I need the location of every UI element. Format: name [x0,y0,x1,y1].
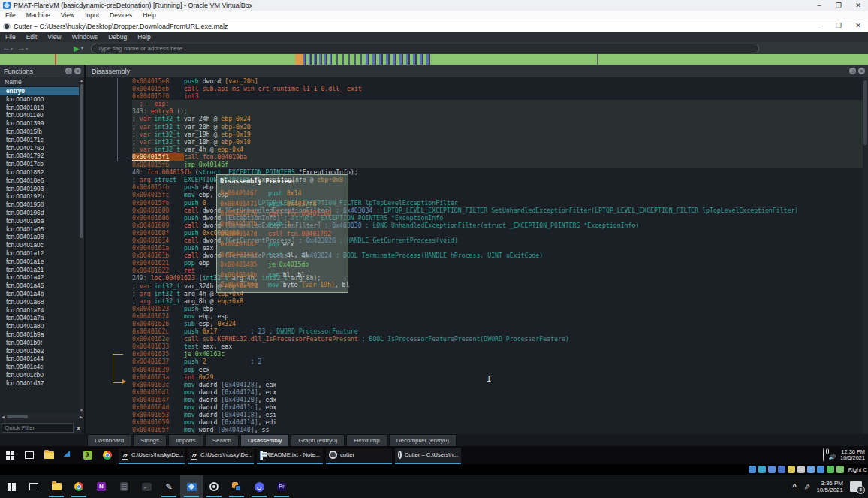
cutter-menu-view[interactable]: View [42,33,66,41]
cutter-menu-edit[interactable]: Edit [21,33,43,41]
instruction-address[interactable]: 0x0040162c [132,327,184,335]
functions-close-icon[interactable]: ✕ [74,68,81,74]
debug-play-icon[interactable]: ▶ [74,44,80,53]
host-taskbar-calculator[interactable] [113,475,135,498]
instruction-address[interactable]: 0x00401635 [132,350,184,358]
vbox-minimize-button[interactable]: – [809,0,829,11]
disasm-line[interactable]: 0x00401659mov dword [0x404114], edi [132,418,868,426]
instruction-address[interactable]: 0x0040163c [132,381,184,388]
guest-task-button[interactable]: cutter [326,448,392,464]
instruction-address[interactable]: 0x00401653 [132,411,184,418]
cutter-menu-help[interactable]: Help [132,33,155,41]
disasm-line[interactable]: 0x0040165fmov word [0x404140], ss [132,426,868,433]
guest-task-button[interactable]: README.txt - Note... [257,448,323,464]
notification-center-icon[interactable]: 5 [850,481,862,492]
address-navigation-bar[interactable] [0,54,868,65]
host-clock[interactable]: 3:36 PM 10/5/2021 [816,480,843,494]
tab-imports[interactable]: Imports [168,434,203,446]
disasm-line[interactable]: 0x00401635je 0x40163c [132,350,868,358]
host-taskbar-discord[interactable]: ◡ [248,475,270,498]
disasm-line[interactable]: 0x00401626sub esp, 0x324 [132,320,868,327]
instruction-address[interactable]: 0x00401641 [132,388,184,396]
quick-filter-clear-button[interactable]: x [77,424,80,432]
instruction-address[interactable]: 0x0040161a [132,244,184,252]
play-dropdown-icon[interactable]: ▾ [81,45,84,51]
disasm-line[interactable]: ; var int32_t var_19h @ ebp-0x19 [132,131,868,138]
instruction-address[interactable]: 0x0040163a [132,373,184,381]
omnibar-input[interactable] [91,44,759,53]
function-item[interactable]: fcn.00401c44 [0,355,79,363]
scroll-left-icon[interactable]: ◀ [0,415,6,419]
current-eip-address[interactable]: 0x004015f1 [132,153,184,161]
disasm-line[interactable]: 0x00401641mov dword [0x404124], ecx [132,388,868,396]
disasm-line[interactable]: 0x00401639pop ecx [132,366,868,373]
instruction-address[interactable]: 0x00401659 [132,418,184,426]
instruction-address[interactable]: 0x00401600 [132,207,184,214]
instruction-address[interactable]: 0x004015f0 [132,92,184,100]
vbox-status-network-icon[interactable] [778,466,785,473]
vbox-status-mouse-integration-icon[interactable] [836,466,844,473]
disasm-line[interactable]: 0x0040163aint 0x29 [132,373,868,381]
vbox-status-hard-disks-icon[interactable] [749,466,756,473]
function-item[interactable]: fcn.00401a1e [0,258,79,266]
vbox-menu-file[interactable]: File [0,11,21,19]
function-item[interactable]: fcn.004017cb [0,160,79,168]
disassembly-vertical-scrollbar[interactable] [863,77,868,434]
instruction-address[interactable]: 0x00401622 [132,267,184,274]
disasm-line[interactable]: 0x004015ebcall sub.api_ms_win_crt_runtim… [132,85,868,92]
disassembly-float-icon[interactable]: ◎ [849,68,856,74]
disasm-line[interactable]: 0x0040162cpush 0x17 ; 23 ; DWORD Process… [132,327,868,335]
function-item[interactable]: fcn.00401b9f [0,339,79,347]
guest-taskbar-lambda[interactable]: λ [78,446,98,464]
scrollbar-thumb[interactable] [863,80,867,145]
vbox-status-usb-icon[interactable] [788,466,795,473]
host-taskbar-explorer[interactable] [45,475,68,498]
disasm-line[interactable]: 343: entry0 (); [132,107,868,115]
guest-taskbar-vscode[interactable] [59,446,78,464]
vbox-status-recording-icon[interactable] [817,466,824,473]
function-item[interactable]: fcn.00401a21 [0,266,79,274]
vbox-menu-help[interactable]: Help [137,11,161,19]
disasm-line[interactable]: 0x004015f0int3 [132,92,868,100]
host-taskbar-premiere[interactable]: Pr [270,475,293,498]
scroll-down-icon[interactable]: ▼ [79,407,84,413]
disasm-line[interactable]: 0x00401637push 2 ; 2 [132,358,868,365]
vbox-close-button[interactable]: ✕ [848,0,868,11]
guest-taskbar-explorer[interactable] [39,446,59,464]
function-item[interactable]: fcn.00401cb0 [0,371,79,379]
tab-search[interactable]: Search [205,434,239,446]
vbox-menu-machine[interactable]: Machine [21,11,56,19]
disasm-line[interactable]: 0x0040164dmov dword [0x40411c], ebx [132,403,868,411]
scrollbar-thumb[interactable] [80,84,83,238]
quick-filter-input[interactable] [2,423,74,433]
tab-disassembly[interactable]: Disassembly [240,434,289,446]
instruction-address[interactable]: 0x004015eb [132,85,184,92]
cutter-close-button[interactable]: ✕ [848,20,868,32]
function-item[interactable]: fcn.00401792 [0,152,79,160]
instruction-address[interactable]: 0x00401621 [132,259,184,267]
vbox-menu-view[interactable]: View [56,11,80,19]
function-item[interactable]: fcn.00401958 [0,201,79,209]
instruction-address[interactable]: 0x0040161b [132,252,184,259]
disasm-line[interactable]: 0x00401624mov ebp, esp [132,312,868,320]
function-item[interactable]: fcn.00401a05 [0,225,79,234]
disasm-line[interactable]: ; var int32_t var_20h @ ebp-0x20 [132,123,868,131]
instruction-address[interactable]: 0x00401639 [132,366,184,373]
cutter-menu-file[interactable]: File [0,33,21,41]
cutter-restore-button[interactable]: ❐ [829,20,848,32]
functions-name-column-header[interactable]: Name [0,77,79,87]
tab-decompiler-entry0-[interactable]: Decompiler (entry0) [389,434,457,446]
instruction-address[interactable]: 0x0040160f [132,229,184,237]
disasm-line[interactable]: 0x00401623push ebp [132,305,868,312]
function-item[interactable]: fcn.004019ba [0,217,79,225]
function-item[interactable]: fcn.00401852 [0,168,79,177]
disassembly-view[interactable]: 0x004015e8push dword [var_20h]0x004015eb… [86,77,868,434]
function-item[interactable]: fcn.00401d37 [0,379,79,388]
tab-dashboard[interactable]: Dashboard [87,434,131,446]
scrollbar-thumb[interactable] [7,415,28,418]
instruction-address[interactable]: 0x004015fc [132,191,184,198]
function-item[interactable]: fcn.004011e0 [0,111,79,119]
function-item[interactable]: fcn.00401399 [0,119,79,128]
guest-taskbar-start[interactable] [0,446,20,464]
cutter-menu-windows[interactable]: Windows [67,33,103,41]
